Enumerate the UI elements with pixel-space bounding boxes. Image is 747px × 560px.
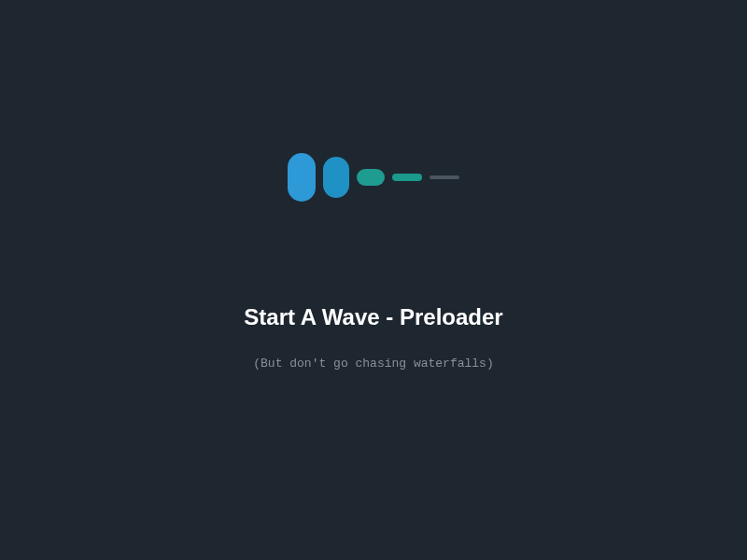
wave-dot-1	[288, 153, 316, 202]
wave-dot-4	[392, 174, 422, 181]
wave-dot-2	[323, 157, 349, 198]
page-title: Start A Wave - Preloader	[244, 304, 502, 330]
wave-dot-5	[430, 175, 459, 179]
page-subtitle: (But don't go chasing waterfalls)	[253, 357, 493, 371]
wave-preloader	[288, 153, 459, 202]
wave-dot-3	[357, 169, 385, 186]
